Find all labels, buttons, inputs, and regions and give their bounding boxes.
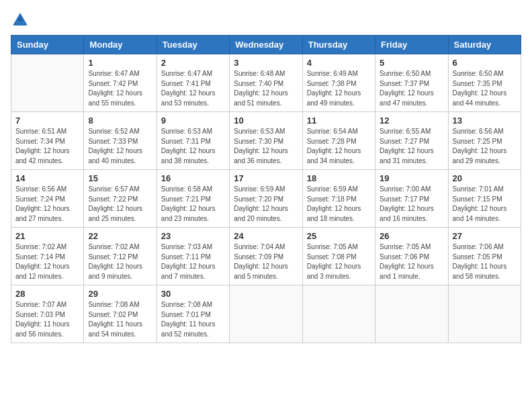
- week-row-3: 14Sunrise: 6:56 AM Sunset: 7:24 PM Dayli…: [11, 170, 521, 228]
- day-cell: 1Sunrise: 6:47 AM Sunset: 7:42 PM Daylig…: [84, 54, 157, 112]
- day-cell: [375, 285, 448, 343]
- day-info: Sunrise: 6:49 AM Sunset: 7:38 PM Dayligh…: [307, 69, 371, 108]
- day-cell: 29Sunrise: 7:08 AM Sunset: 7:02 PM Dayli…: [84, 285, 157, 343]
- day-info: Sunrise: 6:50 AM Sunset: 7:37 PM Dayligh…: [380, 69, 443, 108]
- calendar-header-row: SundayMondayTuesdayWednesdayThursdayFrid…: [11, 36, 521, 54]
- day-cell: 30Sunrise: 7:08 AM Sunset: 7:01 PM Dayli…: [157, 285, 229, 343]
- day-number: 26: [380, 231, 443, 241]
- day-cell: 15Sunrise: 6:57 AM Sunset: 7:22 PM Dayli…: [84, 170, 157, 228]
- col-header-thursday: Thursday: [302, 36, 375, 54]
- day-number: 1: [88, 58, 152, 68]
- day-info: Sunrise: 6:53 AM Sunset: 7:30 PM Dayligh…: [234, 127, 298, 166]
- day-number: 30: [161, 289, 225, 299]
- day-cell: 19Sunrise: 7:00 AM Sunset: 7:17 PM Dayli…: [375, 170, 448, 228]
- day-number: 5: [380, 58, 443, 68]
- day-number: 27: [453, 231, 517, 241]
- page-header: [11, 11, 521, 30]
- day-cell: 6Sunrise: 6:50 AM Sunset: 7:35 PM Daylig…: [448, 54, 521, 112]
- day-info: Sunrise: 6:48 AM Sunset: 7:40 PM Dayligh…: [234, 69, 298, 108]
- day-number: 8: [88, 116, 152, 126]
- day-number: 3: [234, 58, 298, 68]
- day-cell: [11, 54, 84, 112]
- day-info: Sunrise: 6:57 AM Sunset: 7:22 PM Dayligh…: [88, 185, 152, 224]
- day-info: Sunrise: 6:58 AM Sunset: 7:21 PM Dayligh…: [161, 185, 225, 224]
- day-info: Sunrise: 6:56 AM Sunset: 7:24 PM Dayligh…: [15, 185, 79, 224]
- day-info: Sunrise: 7:08 AM Sunset: 7:01 PM Dayligh…: [161, 300, 225, 339]
- day-number: 6: [453, 58, 517, 68]
- day-info: Sunrise: 6:53 AM Sunset: 7:31 PM Dayligh…: [161, 127, 225, 166]
- day-info: Sunrise: 7:02 AM Sunset: 7:12 PM Dayligh…: [88, 242, 152, 281]
- day-number: 22: [88, 231, 152, 241]
- day-cell: 23Sunrise: 7:03 AM Sunset: 7:11 PM Dayli…: [157, 228, 229, 285]
- day-cell: 5Sunrise: 6:50 AM Sunset: 7:37 PM Daylig…: [375, 54, 448, 112]
- day-info: Sunrise: 6:50 AM Sunset: 7:35 PM Dayligh…: [453, 69, 517, 108]
- day-info: Sunrise: 6:47 AM Sunset: 7:41 PM Dayligh…: [161, 69, 225, 108]
- day-info: Sunrise: 7:04 AM Sunset: 7:09 PM Dayligh…: [234, 242, 298, 281]
- day-cell: 22Sunrise: 7:02 AM Sunset: 7:12 PM Dayli…: [84, 228, 157, 285]
- day-cell: 26Sunrise: 7:05 AM Sunset: 7:06 PM Dayli…: [375, 228, 448, 285]
- day-cell: 2Sunrise: 6:47 AM Sunset: 7:41 PM Daylig…: [157, 54, 229, 112]
- day-number: 28: [15, 289, 79, 299]
- day-cell: 8Sunrise: 6:52 AM Sunset: 7:33 PM Daylig…: [84, 112, 157, 170]
- day-number: 14: [15, 173, 79, 183]
- day-info: Sunrise: 7:03 AM Sunset: 7:11 PM Dayligh…: [161, 242, 225, 281]
- day-cell: 7Sunrise: 6:51 AM Sunset: 7:34 PM Daylig…: [11, 112, 84, 170]
- day-info: Sunrise: 7:05 AM Sunset: 7:08 PM Dayligh…: [307, 242, 371, 281]
- day-cell: 21Sunrise: 7:02 AM Sunset: 7:14 PM Dayli…: [11, 228, 84, 285]
- day-cell: 9Sunrise: 6:53 AM Sunset: 7:31 PM Daylig…: [157, 112, 229, 170]
- day-cell: [302, 285, 375, 343]
- logo-icon: [11, 11, 30, 30]
- day-cell: 25Sunrise: 7:05 AM Sunset: 7:08 PM Dayli…: [302, 228, 375, 285]
- day-number: 18: [307, 173, 371, 183]
- day-info: Sunrise: 7:02 AM Sunset: 7:14 PM Dayligh…: [15, 242, 79, 281]
- col-header-sunday: Sunday: [11, 36, 84, 54]
- day-number: 19: [380, 173, 443, 183]
- day-cell: 11Sunrise: 6:54 AM Sunset: 7:28 PM Dayli…: [302, 112, 375, 170]
- day-number: 20: [453, 173, 517, 183]
- calendar-table: SundayMondayTuesdayWednesdayThursdayFrid…: [11, 35, 521, 343]
- day-info: Sunrise: 7:05 AM Sunset: 7:06 PM Dayligh…: [380, 242, 443, 281]
- day-number: 29: [88, 289, 152, 299]
- day-cell: 18Sunrise: 6:59 AM Sunset: 7:18 PM Dayli…: [302, 170, 375, 228]
- day-cell: 28Sunrise: 7:07 AM Sunset: 7:03 PM Dayli…: [11, 285, 84, 343]
- day-cell: 16Sunrise: 6:58 AM Sunset: 7:21 PM Dayli…: [157, 170, 229, 228]
- day-cell: 13Sunrise: 6:56 AM Sunset: 7:25 PM Dayli…: [448, 112, 521, 170]
- day-info: Sunrise: 7:00 AM Sunset: 7:17 PM Dayligh…: [380, 185, 443, 224]
- day-number: 25: [307, 231, 371, 241]
- day-cell: 14Sunrise: 6:56 AM Sunset: 7:24 PM Dayli…: [11, 170, 84, 228]
- col-header-tuesday: Tuesday: [157, 36, 229, 54]
- day-cell: [448, 285, 521, 343]
- week-row-4: 21Sunrise: 7:02 AM Sunset: 7:14 PM Dayli…: [11, 228, 521, 285]
- week-row-5: 28Sunrise: 7:07 AM Sunset: 7:03 PM Dayli…: [11, 285, 521, 343]
- day-info: Sunrise: 6:56 AM Sunset: 7:25 PM Dayligh…: [453, 127, 517, 166]
- day-number: 11: [307, 116, 371, 126]
- day-number: 12: [380, 116, 443, 126]
- col-header-saturday: Saturday: [448, 36, 521, 54]
- col-header-wednesday: Wednesday: [230, 36, 302, 54]
- day-number: 13: [453, 116, 517, 126]
- day-info: Sunrise: 6:54 AM Sunset: 7:28 PM Dayligh…: [307, 127, 371, 166]
- svg-rect-2: [16, 21, 24, 26]
- day-number: 2: [161, 58, 225, 68]
- day-info: Sunrise: 6:52 AM Sunset: 7:33 PM Dayligh…: [88, 127, 152, 166]
- day-info: Sunrise: 7:06 AM Sunset: 7:05 PM Dayligh…: [453, 242, 517, 281]
- day-info: Sunrise: 6:55 AM Sunset: 7:27 PM Dayligh…: [380, 127, 443, 166]
- day-number: 7: [15, 116, 79, 126]
- day-cell: 4Sunrise: 6:49 AM Sunset: 7:38 PM Daylig…: [302, 54, 375, 112]
- day-number: 10: [234, 116, 298, 126]
- day-cell: 20Sunrise: 7:01 AM Sunset: 7:15 PM Dayli…: [448, 170, 521, 228]
- day-number: 16: [161, 173, 225, 183]
- logo: [11, 11, 32, 30]
- day-number: 21: [15, 231, 79, 241]
- week-row-1: 1Sunrise: 6:47 AM Sunset: 7:42 PM Daylig…: [11, 54, 521, 112]
- day-info: Sunrise: 6:59 AM Sunset: 7:20 PM Dayligh…: [234, 185, 298, 224]
- day-number: 9: [161, 116, 225, 126]
- day-cell: 10Sunrise: 6:53 AM Sunset: 7:30 PM Dayli…: [230, 112, 302, 170]
- day-info: Sunrise: 7:07 AM Sunset: 7:03 PM Dayligh…: [15, 300, 79, 339]
- day-number: 17: [234, 173, 298, 183]
- day-info: Sunrise: 7:01 AM Sunset: 7:15 PM Dayligh…: [453, 185, 517, 224]
- day-number: 4: [307, 58, 371, 68]
- day-cell: [230, 285, 302, 343]
- day-cell: 12Sunrise: 6:55 AM Sunset: 7:27 PM Dayli…: [375, 112, 448, 170]
- day-cell: 3Sunrise: 6:48 AM Sunset: 7:40 PM Daylig…: [230, 54, 302, 112]
